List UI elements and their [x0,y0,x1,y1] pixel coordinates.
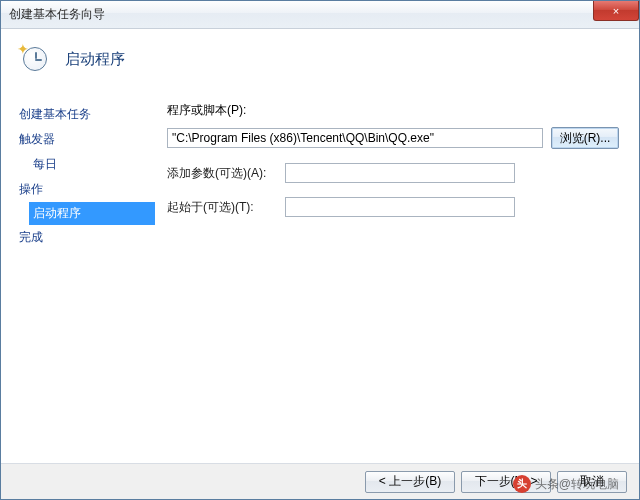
wizard-footer: < 上一步(B) 下一步(N) > 取消 头 头条@转玩电脑 [1,463,639,499]
startin-label: 起始于(可选)(T): [167,199,277,216]
browse-button[interactable]: 浏览(R)... [551,127,619,149]
page-title: 启动程序 [65,50,125,69]
step-trigger[interactable]: 触发器 [19,127,161,152]
args-row: 添加参数(可选)(A): [167,163,619,183]
window-title: 创建基本任务向导 [9,6,105,23]
startin-input[interactable] [285,197,515,217]
args-input[interactable] [285,163,515,183]
clock-icon: ✦ [19,43,51,75]
next-button[interactable]: 下一步(N) > [461,471,551,493]
startin-row: 起始于(可选)(T): [167,197,619,217]
step-daily[interactable]: 每日 [19,152,161,177]
step-finish[interactable]: 完成 [19,225,161,250]
close-button[interactable]: × [593,1,639,21]
content-area: ✦ 启动程序 创建基本任务 触发器 每日 操作 启动程序 完成 程序或脚本(P)… [1,29,639,463]
step-start-program[interactable]: 启动程序 [29,202,155,225]
wizard-header: ✦ 启动程序 [1,29,639,95]
close-icon: × [613,5,619,17]
program-input[interactable] [167,128,543,148]
wizard-steps: 创建基本任务 触发器 每日 操作 启动程序 完成 [1,96,161,463]
args-label: 添加参数(可选)(A): [167,165,277,182]
step-action[interactable]: 操作 [19,177,161,202]
program-row: 浏览(R)... [167,127,619,149]
program-label: 程序或脚本(P): [167,102,619,119]
back-button[interactable]: < 上一步(B) [365,471,455,493]
titlebar: 创建基本任务向导 × [1,1,639,29]
wizard-body: 创建基本任务 触发器 每日 操作 启动程序 完成 程序或脚本(P): 浏览(R)… [1,95,639,463]
form-area: 程序或脚本(P): 浏览(R)... 添加参数(可选)(A): 起始于(可选)(… [161,96,639,463]
step-create-task[interactable]: 创建基本任务 [19,102,161,127]
cancel-button[interactable]: 取消 [557,471,627,493]
